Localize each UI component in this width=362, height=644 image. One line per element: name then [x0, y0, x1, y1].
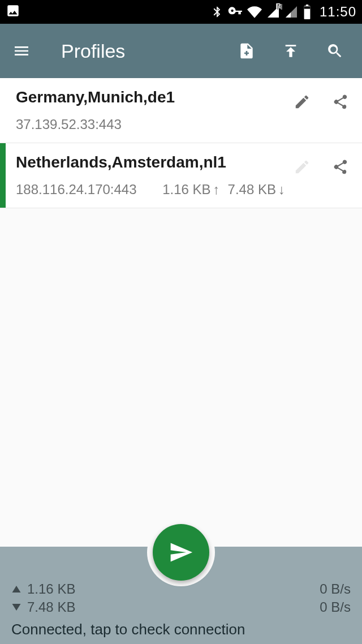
paper-plane-icon — [169, 540, 193, 565]
profile-body[interactable]: Germany,Munich,de137.139.52.33:443 — [6, 78, 291, 143]
upload-total: 1.16 KB — [27, 581, 75, 597]
hamburger-icon — [12, 42, 31, 60]
signal-2-icon: H — [285, 5, 298, 19]
app-bar: Profiles — [0, 24, 362, 78]
svg-rect-0 — [304, 6, 311, 8]
arrow-down-icon: ↓ — [278, 182, 285, 198]
edit-button[interactable] — [291, 91, 313, 113]
add-profile-button[interactable] — [235, 40, 258, 62]
image-icon — [6, 3, 20, 18]
file-add-icon — [238, 40, 256, 62]
profile-actions — [291, 143, 362, 208]
key-icon — [228, 5, 243, 19]
wifi-icon — [247, 5, 262, 19]
profile-row[interactable]: Netherlands,Amsterdam,nl1188.116.24.170:… — [0, 143, 362, 208]
profile-ip: 188.116.24.170:443 — [16, 182, 154, 198]
menu-button[interactable] — [10, 40, 33, 62]
search-button[interactable] — [324, 40, 346, 62]
down-triangle-icon — [11, 602, 21, 612]
share-button[interactable] — [329, 91, 352, 113]
profile-actions — [291, 78, 362, 143]
status-time: 11:50 — [320, 4, 356, 20]
profile-name: Netherlands,Amsterdam,nl1 — [16, 153, 285, 171]
download-total: 7.48 KB — [27, 599, 75, 615]
share-icon — [332, 93, 349, 110]
active-indicator — [0, 143, 6, 208]
profile-row[interactable]: Germany,Munich,de137.139.52.33:443 — [0, 78, 362, 143]
bluetooth-icon — [211, 6, 223, 18]
share-button[interactable] — [329, 156, 352, 178]
profile-name: Germany,Munich,de1 — [16, 88, 285, 106]
fab-cutout — [147, 518, 215, 586]
signal-2-label: H — [277, 2, 283, 11]
up-triangle-icon — [11, 584, 21, 594]
bottom-panel[interactable]: 1.16 KB 0 B/s 7.48 KB 0 B/s Connected, t… — [0, 547, 362, 644]
upload-rate: 0 B/s — [320, 581, 351, 597]
upload-button[interactable] — [279, 40, 302, 62]
battery-icon — [303, 5, 312, 19]
profile-list: Germany,Munich,de137.139.52.33:443Nether… — [0, 78, 362, 208]
search-icon — [326, 42, 344, 60]
profile-subrow: 37.139.52.33:443 — [16, 117, 285, 132]
profile-body[interactable]: Netherlands,Amsterdam,nl1188.116.24.170:… — [6, 143, 291, 208]
connect-fab[interactable] — [153, 524, 209, 581]
arrow-up-icon: ↑ — [213, 182, 220, 198]
upload-icon — [282, 42, 300, 60]
download-total-row: 7.48 KB 0 B/s — [11, 599, 351, 615]
share-icon — [332, 158, 349, 175]
profile-ip: 37.139.52.33:443 — [16, 117, 285, 132]
status-bar: R H 11:50 — [0, 0, 362, 24]
profile-download-stat: 7.48 KB↓ — [228, 182, 285, 198]
profile-upload-stat: 1.16 KB↑ — [162, 182, 219, 198]
download-rate: 0 B/s — [320, 599, 351, 615]
profile-subrow: 188.116.24.170:4431.16 KB↑7.48 KB↓ — [16, 182, 285, 198]
pencil-icon — [294, 158, 311, 175]
active-indicator — [0, 78, 6, 143]
edit-button — [291, 156, 313, 178]
connection-status[interactable]: Connected, tap to check connection — [11, 621, 351, 638]
page-title: Profiles — [61, 40, 235, 62]
pencil-icon — [294, 93, 311, 110]
